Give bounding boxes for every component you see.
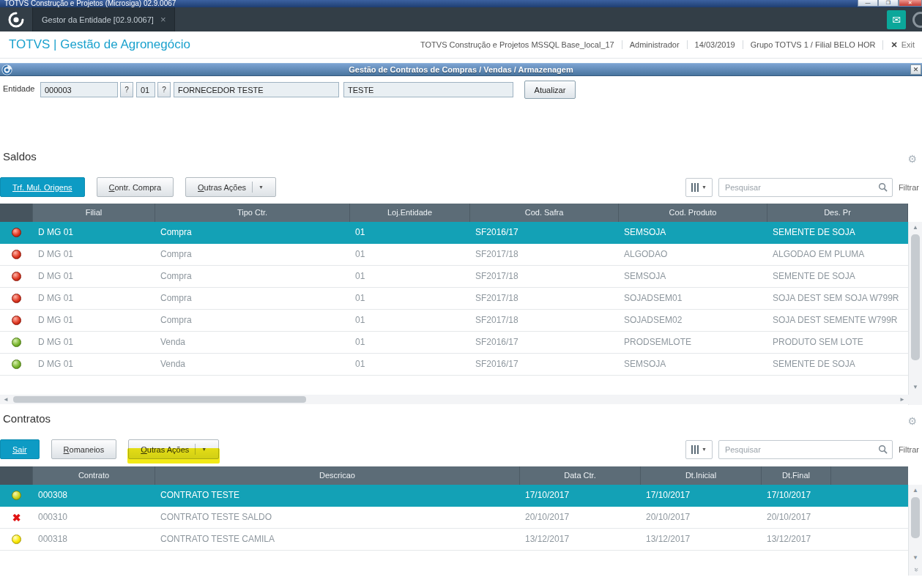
scroll-up-icon[interactable]: ▲ xyxy=(909,485,922,496)
contratos-search-input[interactable] xyxy=(718,440,893,459)
saldos-header-col-1[interactable]: Filial xyxy=(33,204,155,222)
saldos-cell-r6-c2: Venda xyxy=(155,332,350,353)
saldos-header-col-6[interactable]: Des. Pr xyxy=(767,204,908,222)
columns-icon xyxy=(691,445,699,454)
contratos-table-row-1[interactable]: 000308CONTRATO TESTE17/10/201717/10/2017… xyxy=(0,485,908,507)
mail-button[interactable]: ✉ xyxy=(887,10,906,29)
contratos-section-title: Contratos xyxy=(3,412,51,425)
contratos-table-row-3[interactable]: 000318CONTRATO TESTE CAMILA13/12/201713/… xyxy=(0,529,908,551)
tab-gestor-da-entidade[interactable]: Gestor da Entidade [02.9.0067] × xyxy=(32,7,175,31)
saldos-table-row-6[interactable]: D MG 01Venda01SF2016/17PRODSEMLOTEPRODUT… xyxy=(0,332,908,354)
saldos-search-input[interactable] xyxy=(718,178,893,197)
scroll-left-icon[interactable]: ◄ xyxy=(0,396,12,403)
contratos-cell-r1-c3: 17/10/2017 xyxy=(520,485,641,506)
saldos-header-col-2[interactable]: Tipo Ctr. xyxy=(155,204,350,222)
scroll-page-down-icon[interactable]: » xyxy=(910,563,921,576)
saldos-cell-r4-c3: 01 xyxy=(350,288,470,309)
contratos-cell-r2-c2: CONTRATO TESTE SALDO xyxy=(155,507,520,528)
saldos-columns-button[interactable]: ▼ xyxy=(685,178,713,197)
scroll-right-icon[interactable]: ► xyxy=(896,396,908,403)
saldos-hscroll-track[interactable] xyxy=(12,395,896,404)
contratos-button-romaneios[interactable]: Romaneios xyxy=(51,439,117,459)
saldos-table-row-1[interactable]: D MG 01Compra01SF2016/17SEMSOJASEMENTE D… xyxy=(0,222,908,244)
saldos-cell-r5-c1: D MG 01 xyxy=(33,310,155,331)
ring-icon[interactable] xyxy=(912,12,922,28)
chevron-down-icon: ▼ xyxy=(259,185,264,190)
saldos-header-col-5[interactable]: Cod. Produto xyxy=(619,204,767,222)
contratos-vscroll-track[interactable] xyxy=(909,496,922,552)
saldos-search xyxy=(718,178,893,197)
scroll-down-icon[interactable]: ▼ xyxy=(909,552,922,564)
saldos-button-contr-compra[interactable]: Contr. Compra xyxy=(97,177,174,197)
saldos-table-row-3[interactable]: D MG 01Compra01SF2017/18SEMSOJASEMENTE D… xyxy=(0,266,908,288)
saldos-cell-r2-c3: 01 xyxy=(350,244,470,265)
contratos-settings-gear-icon[interactable]: ⚙ xyxy=(907,416,917,426)
store-code-lookup-button[interactable]: ? xyxy=(157,82,171,97)
contratos-cell-r2-c3: 20/10/2017 xyxy=(520,507,641,528)
saldos-table-row-5[interactable]: D MG 01Compra01SF2017/18SOJADSEM02SOJA D… xyxy=(0,310,908,332)
contratos-header-col-1[interactable]: Contrato xyxy=(33,466,155,485)
contratos-vertical-scrollbar[interactable]: ▲ ▼ » xyxy=(908,485,922,576)
minimize-button[interactable]: — xyxy=(858,0,878,7)
contratos-button-outras-a-es[interactable]: Outras Ações▼ xyxy=(128,439,219,459)
saldos-table-row-4[interactable]: D MG 01Compra01SF2017/18SOJADSEM01SOJA D… xyxy=(0,288,908,310)
scroll-down-icon[interactable]: ▼ xyxy=(909,382,922,393)
maximize-button[interactable]: ❐ xyxy=(878,0,899,7)
red-ball-status-icon xyxy=(12,272,21,281)
saldos-hscroll-thumb[interactable] xyxy=(13,396,306,403)
tab-bar: Gestor da Entidade [02.9.0067] × ✉ xyxy=(0,7,922,31)
contratos-header-col-2[interactable]: Descricao xyxy=(155,466,520,485)
contratos-filter-link[interactable]: Filtrar xyxy=(899,445,920,454)
saldos-vertical-scrollbar[interactable]: ▲ ▼ » xyxy=(908,222,922,405)
contratos-header-col-4[interactable]: Dt.Inicial xyxy=(641,466,762,485)
totvs-logo-icon xyxy=(7,11,25,29)
saldos-horizontal-scrollbar[interactable]: ◄ ► xyxy=(0,395,908,404)
store-code-field[interactable] xyxy=(136,82,155,97)
contratos-button-sair[interactable]: Sair xyxy=(0,439,40,459)
red-ball-status-icon xyxy=(12,228,21,237)
saldos-header-col-4[interactable]: Cod. Safra xyxy=(470,204,619,222)
saldos-table-row-7[interactable]: D MG 01Venda01SF2016/17SEMSOJASEMENTE DE… xyxy=(0,354,908,376)
window-titlebar: TOTVS Construção e Projetos (Microsiga) … xyxy=(0,0,922,7)
saldos-cell-r7-c2: Venda xyxy=(155,354,350,375)
saldos-table-row-2[interactable]: D MG 01Compra01SF2017/18ALGODAOALGODAO E… xyxy=(0,244,908,266)
contratos-cell-r3-c2: CONTRATO TESTE CAMILA xyxy=(155,529,520,550)
contratos-table-row-2[interactable]: ✖000310CONTRATO TESTE SALDO20/10/201720/… xyxy=(0,507,908,529)
saldos-toolbar-right: ▼ Filtrar xyxy=(685,178,920,197)
saldos-cell-r2-c1: D MG 01 xyxy=(33,244,155,265)
exit-button[interactable]: ✕ Exit xyxy=(882,40,922,50)
entity-code-lookup-button[interactable]: ? xyxy=(120,82,133,97)
saldos-cell-r3-c6: SEMENTE DE SOJA xyxy=(767,266,908,287)
contratos-columns-button[interactable]: ▼ xyxy=(685,440,713,459)
tab-close-icon[interactable]: × xyxy=(160,15,166,24)
contratos-header-col-5[interactable]: Dt.Final xyxy=(762,466,831,485)
contratos-body: 000308CONTRATO TESTE17/10/201717/10/2017… xyxy=(0,485,908,551)
saldos-header-col-3[interactable]: Loj.Entidade xyxy=(350,204,470,222)
olive-ball-status-icon xyxy=(12,491,21,500)
saldos-header-status xyxy=(0,204,33,222)
scroll-up-icon[interactable]: ▲ xyxy=(909,222,922,234)
saldos-settings-gear-icon[interactable]: ⚙ xyxy=(907,154,917,164)
saldos-cell-r3-c1: D MG 01 xyxy=(33,266,155,287)
saldos-vscroll-track[interactable] xyxy=(909,234,922,382)
entity-desc-field[interactable] xyxy=(343,82,513,97)
contratos-header-col-3[interactable]: Data Ctr. xyxy=(520,466,641,485)
close-button[interactable]: ✕ xyxy=(899,0,922,7)
contratos-vscroll-thumb[interactable] xyxy=(911,497,920,538)
saldos-button-outras-a-es[interactable]: Outras Ações▼ xyxy=(185,177,276,197)
entity-name-field[interactable] xyxy=(174,82,339,97)
saldos-button-trf-mul-origens[interactable]: Trf. Mul. Origens xyxy=(0,177,85,197)
dialog-swirl-icon xyxy=(1,64,12,75)
contratos-cell-r2-c1: 000310 xyxy=(33,507,155,528)
chevron-down-icon: ▼ xyxy=(702,447,707,452)
dialog-close-icon[interactable]: ✕ xyxy=(910,64,921,75)
entity-code-field[interactable] xyxy=(40,82,118,97)
update-button[interactable]: Atualizar xyxy=(524,81,576,99)
saldos-filter-link[interactable]: Filtrar xyxy=(899,183,920,192)
contratos-cell-r1-c1: 000308 xyxy=(33,485,155,506)
saldos-toolbar-buttons: Trf. Mul. OrigensContr. CompraOutras Açõ… xyxy=(0,177,276,197)
saldos-vscroll-thumb[interactable] xyxy=(911,234,920,360)
environment-label: TOTVS Construção e Projetos MSSQL Base_l… xyxy=(413,40,622,49)
exit-label: Exit xyxy=(901,40,915,49)
contratos-cell-filler xyxy=(831,485,908,506)
